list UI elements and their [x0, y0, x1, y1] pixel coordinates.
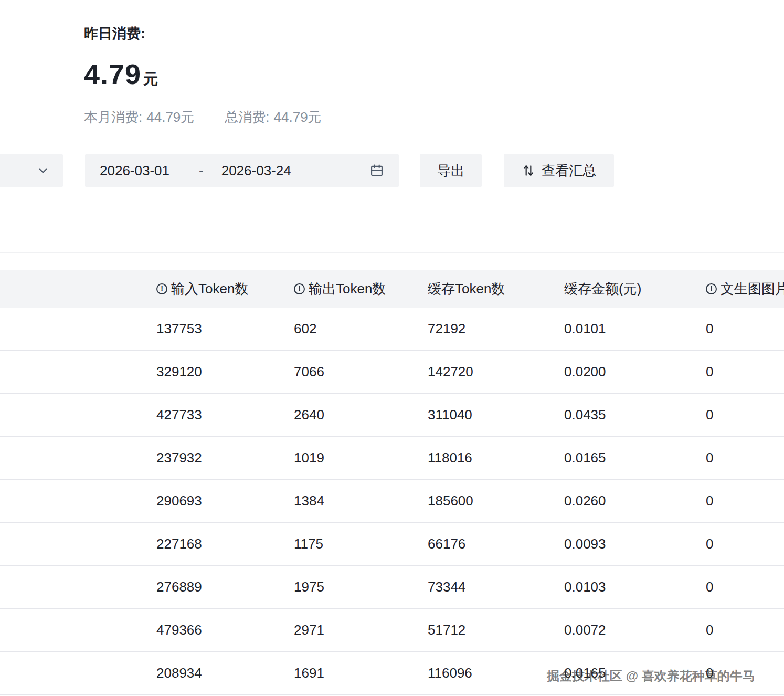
table-cell: 479366 [156, 622, 294, 638]
table-row: 29069313841856000.02600 [0, 480, 784, 523]
table-cell: 2640 [294, 407, 428, 423]
table-cell: 137753 [156, 321, 294, 337]
table-cell: 0 [706, 450, 784, 466]
table-cell: 0.0200 [564, 364, 706, 380]
table-row: 23793210191180160.01650 [0, 437, 784, 480]
date-end[interactable]: 2026-03-24 [221, 163, 291, 179]
month-consumption: 本月消费:44.79元 [84, 108, 194, 126]
table-body: 137753602721920.0101032912070661427200.0… [0, 308, 784, 695]
table-cell: 1175 [294, 536, 428, 552]
table-cell: 0.0165 [564, 450, 706, 466]
table-cell: 1691 [294, 665, 428, 681]
table-row: 2768891975733440.01030 [0, 566, 784, 609]
table-cell: 51712 [428, 622, 564, 638]
table-cell: 0.0260 [564, 493, 706, 509]
table-header-cell: !输出Token数 [294, 280, 428, 298]
table-row: 2271681175661760.00930 [0, 523, 784, 566]
table-cell: 0 [706, 364, 784, 380]
info-icon[interactable]: ! [294, 283, 305, 294]
chevron-down-icon [37, 164, 49, 177]
table-cell: 1384 [294, 493, 428, 509]
calendar-icon [369, 163, 384, 178]
table-cell: 1019 [294, 450, 428, 466]
table-header-label: 输出Token数 [309, 280, 386, 298]
yesterday-consumption-label: 昨日消费: [84, 24, 352, 43]
filter-bar: 2026-03-01 - 2026-03-24 导出 [0, 154, 784, 187]
table-header-cell: !文生图图片 [706, 280, 784, 298]
table-cell: 602 [294, 321, 428, 337]
consumption-subrow: 本月消费:44.79元 总消费:44.79元 [84, 108, 352, 126]
consumption-summary: 昨日消费: 4.79 元 本月消费:44.79元 总消费:44.79元 [84, 24, 352, 126]
month-consumption-label: 本月消费: [84, 109, 142, 125]
month-consumption-value: 44.79元 [146, 109, 194, 125]
table-cell: 0.0103 [564, 579, 706, 595]
table-cell: 0 [706, 579, 784, 595]
table-cell: 0 [706, 622, 784, 638]
table-header-label: 缓存Token数 [428, 280, 505, 298]
table-cell: 0 [706, 493, 784, 509]
table-cell: 118016 [428, 450, 564, 466]
view-summary-button[interactable]: 查看汇总 [504, 154, 614, 187]
table-cell: 237932 [156, 450, 294, 466]
table-header-label: 输入Token数 [171, 280, 248, 298]
table-cell: 1975 [294, 579, 428, 595]
table-cell: 116096 [428, 665, 564, 681]
table-cell: 0.0101 [564, 321, 706, 337]
yesterday-consumption-value: 4.79 [84, 58, 141, 90]
billing-page: 昨日消费: 4.79 元 本月消费:44.79元 总消费:44.79元 2026… [0, 0, 784, 696]
usage-table: !输入Token数!输出Token数缓存Token数缓存金额(元)!文生图图片 … [0, 270, 784, 695]
table-cell: 208934 [156, 665, 294, 681]
table-header-label: 文生图图片 [721, 280, 784, 298]
export-button[interactable]: 导出 [420, 154, 482, 187]
section-divider [0, 252, 784, 253]
info-icon[interactable]: ! [706, 283, 717, 294]
table-cell: 7066 [294, 364, 428, 380]
table-header-row: !输入Token数!输出Token数缓存Token数缓存金额(元)!文生图图片 [0, 270, 784, 308]
date-range-picker[interactable]: 2026-03-01 - 2026-03-24 [85, 154, 399, 187]
table-cell: 0 [706, 407, 784, 423]
table-cell: 185600 [428, 493, 564, 509]
yesterday-consumption-unit: 元 [143, 69, 158, 89]
total-consumption-label: 总消费: [225, 109, 269, 125]
table-row: 32912070661427200.02000 [0, 351, 784, 394]
table-cell: 0.0435 [564, 407, 706, 423]
table-header-cell: 缓存Token数 [428, 280, 564, 298]
table-cell: 2971 [294, 622, 428, 638]
yesterday-consumption-value-row: 4.79 元 [84, 58, 352, 90]
table-cell: 73344 [428, 579, 564, 595]
table-row: 4793662971517120.00720 [0, 609, 784, 652]
info-icon[interactable]: ! [156, 283, 167, 294]
table-cell: 329120 [156, 364, 294, 380]
table-cell: 72192 [428, 321, 564, 337]
table-cell: 142720 [428, 364, 564, 380]
table-cell: 227168 [156, 536, 294, 552]
sort-icon [522, 164, 535, 177]
table-cell: 311040 [428, 407, 564, 423]
date-start[interactable]: 2026-03-01 [100, 163, 169, 179]
table-cell: 427733 [156, 407, 294, 423]
table-row: 137753602721920.01010 [0, 308, 784, 351]
total-consumption-value: 44.79元 [274, 109, 322, 125]
table-cell: 276889 [156, 579, 294, 595]
table-cell: 0.0093 [564, 536, 706, 552]
table-cell: 290693 [156, 493, 294, 509]
table-cell: 0.0072 [564, 622, 706, 638]
view-summary-label: 查看汇总 [542, 162, 596, 180]
table-header-cell: 缓存金额(元) [564, 280, 706, 298]
date-range-separator: - [199, 163, 204, 179]
table-header-label: 缓存金额(元) [564, 280, 641, 298]
table-row: 42773326403110400.04350 [0, 394, 784, 437]
table-cell: 0 [706, 321, 784, 337]
table-header-cell: !输入Token数 [156, 280, 294, 298]
table-cell: 0 [706, 536, 784, 552]
table-cell: 66176 [428, 536, 564, 552]
watermark: 掘金技术社区 @ 喜欢养花种草的牛马 [547, 668, 755, 684]
total-consumption: 总消费:44.79元 [225, 108, 321, 126]
filter-select[interactable] [0, 154, 63, 187]
